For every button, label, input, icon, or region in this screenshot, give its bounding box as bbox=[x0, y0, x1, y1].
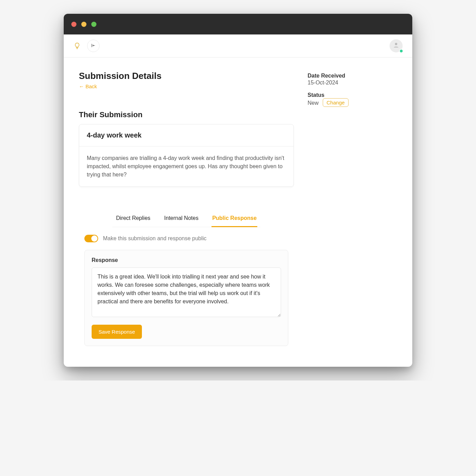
user-menu[interactable] bbox=[390, 39, 403, 52]
topbar-left bbox=[73, 40, 100, 52]
status-block: Status New Change bbox=[308, 92, 397, 107]
app-window: Submission Details ← Back Their Submissi… bbox=[64, 14, 412, 367]
response-textarea[interactable] bbox=[92, 267, 281, 317]
status-value: New bbox=[308, 100, 319, 106]
side-column: Date Received 15-Oct-2024 Status New Cha… bbox=[308, 71, 397, 113]
window-close-icon[interactable] bbox=[71, 22, 76, 27]
response-tabs: Direct Replies Internal Notes Public Res… bbox=[112, 212, 260, 227]
toggle-knob bbox=[91, 235, 97, 242]
public-toggle-row: Make this submission and response public bbox=[84, 235, 294, 242]
date-received-label: Date Received bbox=[308, 73, 397, 79]
expand-sidebar-button[interactable] bbox=[87, 40, 100, 52]
tab-public-response[interactable]: Public Response bbox=[211, 212, 257, 227]
expand-sidebar-icon bbox=[91, 43, 96, 49]
date-received-value: 15-Oct-2024 bbox=[308, 80, 397, 86]
submission-section-title: Their Submission bbox=[79, 110, 294, 119]
save-response-button[interactable]: Save Response bbox=[92, 325, 142, 339]
window-maximize-icon[interactable] bbox=[91, 22, 96, 27]
response-heading: Response bbox=[92, 257, 281, 263]
public-toggle-label: Make this submission and response public bbox=[103, 235, 207, 242]
status-row: New Change bbox=[308, 98, 397, 107]
tab-internal-notes[interactable]: Internal Notes bbox=[164, 212, 199, 227]
lightbulb-icon bbox=[73, 42, 81, 50]
presence-indicator bbox=[399, 49, 403, 53]
content-area: Submission Details ← Back Their Submissi… bbox=[64, 58, 412, 367]
public-toggle[interactable] bbox=[84, 235, 98, 242]
response-card: Response Save Response bbox=[84, 250, 288, 346]
window-titlebar bbox=[64, 14, 412, 34]
date-received-block: Date Received 15-Oct-2024 bbox=[308, 73, 397, 86]
topbar bbox=[64, 34, 412, 58]
status-label: Status bbox=[308, 92, 397, 98]
user-icon bbox=[393, 42, 400, 50]
tab-direct-replies[interactable]: Direct Replies bbox=[115, 212, 151, 227]
back-link[interactable]: ← Back bbox=[79, 83, 97, 89]
svg-point-2 bbox=[395, 43, 397, 45]
submission-card: 4-day work week Many companies are trial… bbox=[79, 124, 294, 187]
submission-title: 4-day work week bbox=[79, 124, 293, 146]
window-minimize-icon[interactable] bbox=[81, 22, 86, 27]
change-status-button[interactable]: Change bbox=[323, 98, 349, 107]
page-title: Submission Details bbox=[79, 71, 294, 81]
submission-body: Many companies are trialling a 4-day wor… bbox=[79, 146, 293, 186]
main-column: Submission Details ← Back Their Submissi… bbox=[79, 71, 294, 346]
